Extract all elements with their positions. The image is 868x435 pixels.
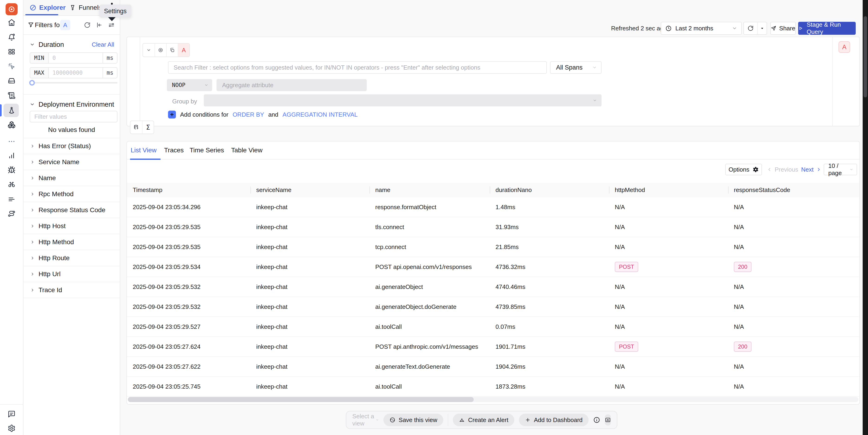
tab-time-series[interactable]: Time Series [190,141,224,159]
filter-section-http-host[interactable]: Http Host [24,218,120,234]
keyboard-shortcuts-button[interactable] [605,414,611,426]
sidebar-item-traces[interactable] [5,104,18,116]
vertical-scrollbar[interactable] [863,0,868,435]
funnel-cone-icon [69,4,76,11]
table-row[interactable]: 2025-09-04 23:05:27.624inkeep-chatPOST a… [127,337,860,357]
aggregate-operator-select[interactable]: NOOP [167,79,212,91]
filter-section-trace-id[interactable]: Trace Id [24,282,120,298]
cell-timestamp: 2025-09-04 23:05:27.624 [127,343,250,350]
sidebar-item-services[interactable] [5,60,18,73]
filter-section-name[interactable]: Name [24,170,120,186]
previous-page-button[interactable]: Previous [767,164,798,175]
table-row[interactable]: 2025-09-04 23:05:29.535inkeep-chattcp.co… [127,237,860,257]
column-header[interactable]: responseStatusCode [728,187,860,194]
duration-min-input[interactable] [49,53,102,63]
sidebar-item-service-map[interactable] [5,178,18,191]
info-button[interactable] [593,416,600,424]
sidebar-item-alert-rules[interactable] [5,193,18,206]
next-page-button[interactable]: Next [801,164,822,175]
table-row[interactable]: 2025-09-04 23:05:29.527inkeep-chatai.too… [127,317,860,337]
filters-query-badge[interactable]: A [60,20,70,30]
sliders-icon[interactable] [108,22,115,28]
refresh-query-button[interactable] [744,22,758,34]
column-header[interactable]: serviceName [250,187,370,194]
deployment-filter-input[interactable] [30,111,118,123]
table-row[interactable]: 2025-09-04 23:05:34.296inkeep-chatrespon… [127,197,860,217]
sidebar-item-support-chat[interactable] [5,408,18,421]
refresh-caret-button[interactable] [758,22,767,34]
filter-section-has-error-status[interactable]: Has Error (Status) [24,138,120,154]
refresh-icon[interactable] [84,22,91,28]
duration-section-header[interactable]: Duration Clear All [24,37,120,52]
group-by-select[interactable] [204,94,601,106]
filter-section-response-status-code[interactable]: Response Status Code [24,202,120,218]
table-row[interactable]: 2025-09-04 23:05:25.745inkeep-chatai.too… [127,377,860,397]
formula-mode-button[interactable]: Σ [142,121,154,134]
create-alert-button[interactable]: Create an Alert [453,414,514,426]
duration-slider-handle[interactable] [29,80,35,86]
duration-slider[interactable] [30,82,118,83]
sidebar-item-more[interactable] [5,135,18,148]
collapse-query-button[interactable] [143,43,155,57]
time-range-select[interactable]: Last 2 months [661,22,742,35]
column-header[interactable]: Timestamp [127,187,250,194]
sidebar-item-alerts[interactable] [5,31,18,43]
search-filter-input[interactable] [168,61,547,74]
cell-serviceName: inkeep-chat [250,323,370,330]
query-name-badge[interactable]: A [839,41,850,53]
column-header[interactable]: httpMethod [609,187,728,194]
sidebar-item-messaging-queues[interactable] [5,118,18,131]
duration-max-input[interactable] [49,68,102,78]
filter-section-http-route[interactable]: Http Route [24,250,120,266]
tab-list-view[interactable]: List View [131,141,157,159]
filter-section-http-url[interactable]: Http Url [24,266,120,282]
sidebar-item-metrics[interactable] [5,149,18,162]
filter-section-service-name[interactable]: Service Name [24,154,120,170]
filter-section-rpc-method[interactable]: Rpc Method [24,186,120,202]
sidebar-item-settings[interactable] [5,422,18,435]
tab-explorer[interactable]: Explorer [29,0,66,15]
sidebar-item-exceptions[interactable] [5,164,18,176]
filter-section-http-method[interactable]: Http Method [24,234,120,250]
httpMethod-badge: POST [615,262,638,272]
table-row[interactable]: 2025-09-04 23:05:29.535inkeep-chattls.co… [127,217,860,237]
sidebar-item-home[interactable] [5,16,18,29]
page-size-select[interactable]: 10 / page [824,164,857,175]
query-label-cell[interactable]: A [178,43,189,57]
options-button[interactable]: Options [725,164,762,175]
span-scope-select[interactable]: All Spans [550,61,601,74]
horizontal-scrollbar-track[interactable] [128,397,859,402]
sidebar-item-logs[interactable] [5,89,18,102]
sidebar-item-integrations[interactable] [5,207,18,220]
share-button[interactable]: Share [770,22,796,35]
aggregate-attribute-field[interactable]: Aggregate attribute [217,79,367,91]
horizontal-scrollbar-thumb[interactable] [128,397,474,402]
vertical-scrollbar-thumb[interactable] [864,16,867,97]
table-row[interactable]: 2025-09-04 23:05:27.622inkeep-chatai.gen… [127,357,860,377]
save-view-button[interactable]: Save this view [383,414,443,426]
tab-traces[interactable]: Traces [164,141,184,159]
toggle-query-visibility-button[interactable] [155,43,166,57]
column-header[interactable]: durationNano [490,187,609,194]
add-to-dashboard-button[interactable]: Add to Dashboard [519,414,589,426]
column-header[interactable]: name [370,187,490,194]
sidebar-item-infrastructure[interactable] [5,74,18,88]
tab-funnels[interactable]: Funnels [69,0,102,15]
select-view-dropdown[interactable]: Select a view [352,413,379,427]
signoz-logo[interactable] [6,3,18,15]
add-condition-button[interactable]: + [168,111,176,119]
order-by-link[interactable]: ORDER BY [232,111,264,118]
table-row[interactable]: 2025-09-04 23:05:29.532inkeep-chatai.gen… [127,277,860,297]
query-builder-mode-button[interactable] [130,121,142,134]
collapse-panel-icon[interactable] [96,22,102,28]
table-row[interactable]: 2025-09-04 23:05:29.534inkeep-chatPOST a… [127,257,860,277]
filters-panel: Explorer Funnels Views Filters for A Dur… [24,0,120,435]
table-row[interactable]: 2025-09-04 23:05:29.532inkeep-chatai.gen… [127,297,860,317]
stage-run-query-button[interactable]: Stage & Run Query [798,22,856,35]
sidebar-item-dashboards[interactable] [5,45,18,58]
deployment-section-header[interactable]: Deployment Environment [24,97,120,112]
clear-all-link[interactable]: Clear All [92,41,114,48]
clone-query-button[interactable] [166,43,178,57]
aggregation-interval-link[interactable]: AGGREGATION INTERVAL [282,111,358,118]
tab-table-view[interactable]: Table View [231,141,262,159]
